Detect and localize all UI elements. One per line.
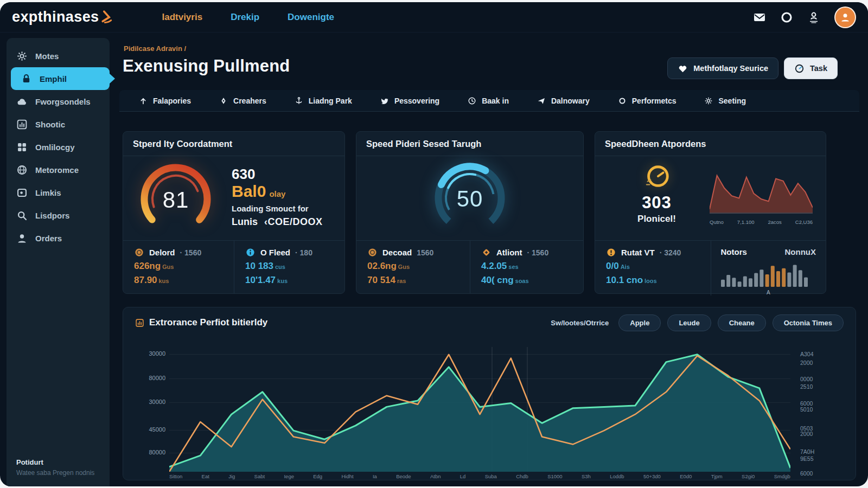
- stat-unit: Gus: [398, 264, 410, 270]
- right-axis-tick: 5010: [800, 406, 833, 413]
- notifications-icon[interactable]: [780, 11, 793, 24]
- circle-o-icon: [618, 97, 627, 105]
- gear-icon: [704, 97, 713, 105]
- stat-value: 40( cng: [481, 275, 514, 285]
- sidebar-item-fworgsondels[interactable]: Fworgsondels: [7, 90, 110, 113]
- task-button[interactable]: Task: [784, 57, 838, 79]
- tab-falapories[interactable]: Falapories: [125, 97, 205, 105]
- stat-badge: · 1560: [180, 248, 202, 257]
- stat-rutat: Rutat VT · 3240 0/0Ais 10.1 cnoloos: [595, 241, 711, 296]
- sidebar-item-omlilocgy[interactable]: Omlilocgy: [7, 136, 110, 158]
- y-tick: 30000: [135, 350, 165, 357]
- stat-value: 626ng: [134, 261, 161, 271]
- sidebar-footer-subtitle: Watee saba Pregen nodnis: [16, 469, 94, 477]
- y-tick: 30000: [135, 399, 165, 405]
- top-nav-dowenigte[interactable]: Dowenigte: [288, 12, 334, 23]
- mini-x-tick: 7,1.100: [737, 219, 755, 225]
- x-tick: Hidht: [341, 473, 353, 479]
- heart-icon: [678, 63, 688, 74]
- header-actions: Methfotlaqy Seurice Task: [667, 57, 838, 79]
- sidebar-item-motes[interactable]: Motes: [7, 44, 110, 67]
- sidebar-item-shootic[interactable]: Shootic: [7, 113, 110, 136]
- lock-icon: [21, 73, 32, 85]
- top-bar: expthinases IadtviyrisDrekipDowenigte: [0, 2, 868, 33]
- sidebar-item-limkis[interactable]: Limkis: [7, 181, 110, 204]
- x-tick: Loddb: [610, 473, 624, 479]
- gauge2-value: 50: [457, 186, 483, 212]
- favorite-service-button[interactable]: Methfotlaqy Seurice: [667, 57, 778, 79]
- app-logo[interactable]: expthinases: [12, 9, 115, 25]
- mini-x-tick: Qutno: [710, 219, 724, 225]
- card-speed-sesed: Speed Pideri Sesed Tarugh 50: [356, 131, 584, 294]
- y-tick: 80000: [135, 449, 165, 455]
- tab-label: Seeting: [718, 97, 746, 105]
- chart-header: Extrorance Perfiot bitierldy Sw/lootes/O…: [123, 307, 856, 338]
- x-tick: Suba: [485, 473, 497, 479]
- main-content: Pidilcase Adravin / Exenusing Pullmend M…: [119, 38, 859, 486]
- card1-brand: Bal0: [232, 182, 266, 200]
- top-nav: IadtviyrisDrekipDowenigte: [162, 12, 334, 23]
- pill-cheane[interactable]: Cheane: [718, 314, 766, 331]
- sidebar-item-lisdpors[interactable]: Lisdpors: [7, 204, 110, 227]
- box-icon: [16, 187, 28, 198]
- sidebar-footer: Potidurt Watee saba Pregen nodnis: [16, 458, 94, 477]
- performance-chart-panel: Extrorance Perfiot bitierldy Sw/lootes/O…: [123, 307, 856, 480]
- card1-title: Stperd Ity Coordatment: [123, 132, 344, 156]
- top-nav-drekip[interactable]: Drekip: [231, 12, 259, 23]
- pill-leude[interactable]: Leude: [667, 314, 711, 331]
- x-tick: 50+3d0: [643, 473, 661, 479]
- stat-value: 87.90: [134, 275, 157, 285]
- tab-seeting[interactable]: Seeting: [690, 97, 760, 105]
- avatar[interactable]: [834, 7, 856, 28]
- chart-controls: Sw/lootes/Otrrice AppleLeudeCheaneOctoni…: [551, 314, 844, 331]
- x-tick: Eat: [202, 473, 209, 479]
- chart-title: Extrorance Perfiot bitierldy: [149, 317, 267, 328]
- x-tick: S3h: [582, 473, 591, 479]
- tab-label: Dalnowary: [551, 97, 590, 105]
- task-label: Task: [810, 64, 827, 73]
- tab-pessovering[interactable]: Pessovering: [366, 97, 454, 105]
- sidebar-item-label: Motes: [35, 52, 59, 61]
- user-icon: [16, 233, 28, 244]
- tab-performetcs[interactable]: Performetcs: [604, 97, 691, 105]
- avatar-user-icon: [840, 12, 851, 23]
- sidebar-item-orders[interactable]: Orders: [7, 227, 110, 249]
- sidebar-item-metoromce[interactable]: Metoromce: [7, 158, 110, 181]
- mail-icon[interactable]: [753, 11, 766, 24]
- stat-badge: 1560: [417, 248, 433, 257]
- pill-octonia-times[interactable]: Octonia Times: [773, 314, 844, 331]
- stat-unit: ras: [397, 278, 406, 284]
- stat-unit: soas: [515, 278, 529, 284]
- x-tick: S1000: [547, 473, 562, 479]
- tab-baak-in[interactable]: Baak in: [454, 97, 523, 105]
- tab-creahers[interactable]: Creahers: [205, 97, 280, 105]
- sidebar-item-label: Limkis: [35, 188, 61, 197]
- breadcrumb[interactable]: Pidilcase Adravin /: [124, 44, 186, 53]
- tab-dalnowary[interactable]: Dalnowary: [523, 97, 604, 105]
- top-nav-iadtviyris[interactable]: Iadtviyris: [162, 12, 202, 23]
- dashboard-window: expthinases IadtviyrisDrekipDowenigte Mo…: [0, 2, 868, 486]
- stat-unit: cus: [275, 264, 285, 270]
- sidebar-item-emphil[interactable]: Emphil: [11, 67, 110, 90]
- tab-liadng-park[interactable]: Liadng Park: [280, 97, 366, 105]
- stat-label: O Fleed: [260, 248, 290, 257]
- x-tick: Smdgb: [774, 473, 790, 479]
- stat-unit: kus: [277, 278, 288, 284]
- warm-gauge: 81: [135, 158, 216, 240]
- mini-area-labels: Qutno7,1.1002acosC2,U36: [710, 219, 813, 225]
- account-icon[interactable]: [807, 11, 820, 24]
- card3-bars-block: Notors NonnuX A: [711, 241, 826, 296]
- stat-value: 10 183: [245, 261, 273, 271]
- tab-label: Baak in: [482, 97, 509, 105]
- stat-label: Atliont: [496, 248, 522, 257]
- bars-title: Notors: [721, 247, 747, 256]
- main-line-chart: [169, 347, 790, 472]
- card1-desc2: Lunis: [232, 216, 258, 227]
- stat-label: Delord: [149, 248, 175, 257]
- chart-filter-pills: AppleLeudeCheaneOctonia Times: [618, 314, 844, 331]
- sidebar-item-label: Orders: [35, 234, 62, 243]
- pill-apple[interactable]: Apple: [618, 314, 661, 331]
- globe-icon: [16, 164, 28, 176]
- bars-marker: A: [721, 290, 816, 296]
- arrow-up-icon: [139, 97, 148, 105]
